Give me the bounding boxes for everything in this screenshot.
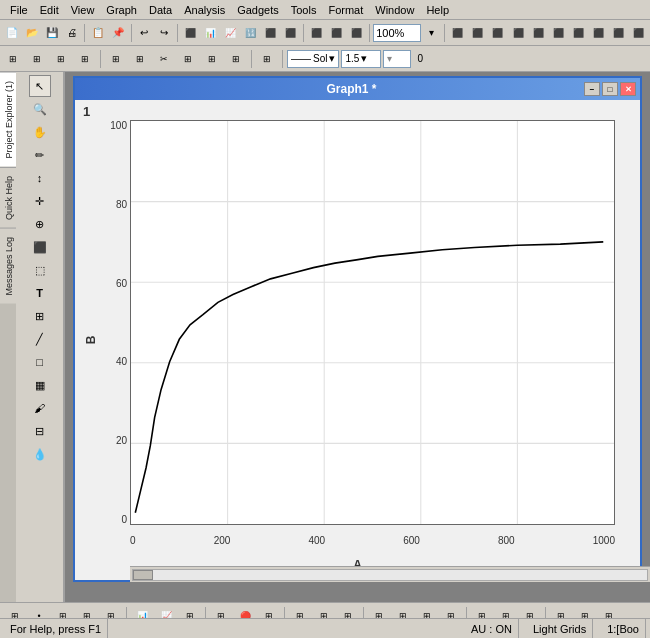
color-picker-tool[interactable]: 💧 (29, 443, 51, 465)
scroll-thumb[interactable] (133, 570, 153, 580)
x-tick-0: 0 (130, 535, 136, 546)
redo-button[interactable]: ↪ (154, 22, 173, 44)
copy-button[interactable]: 📋 (88, 22, 107, 44)
maximize-button[interactable]: □ (602, 82, 618, 96)
tb2-btn-k[interactable]: ⊞ (256, 48, 278, 70)
tb-btn-h[interactable]: ⬛ (327, 22, 346, 44)
tb2-btn-a[interactable]: ⊞ (2, 48, 24, 70)
pan-tool[interactable]: ✋ (29, 121, 51, 143)
menu-analysis[interactable]: Analysis (178, 2, 231, 18)
tb-btn-m[interactable]: ⬛ (508, 22, 527, 44)
tb2-btn-i[interactable]: ⊞ (201, 48, 223, 70)
tb-btn-p[interactable]: ⬛ (569, 22, 588, 44)
open-button[interactable]: 📂 (22, 22, 41, 44)
line-width-input[interactable]: 1.5 ▾ (341, 50, 381, 68)
paste-button[interactable]: 📌 (108, 22, 127, 44)
scale-tool[interactable]: ⬛ (29, 236, 51, 258)
y-tick-40: 40 (105, 356, 127, 367)
x-tick-labels: 0 200 400 600 800 1000 (130, 535, 615, 546)
graph-content: 1 B B 0 20 40 60 80 100 (75, 100, 640, 580)
zoom-input[interactable] (373, 24, 421, 42)
arrow-tool[interactable]: ↕ (29, 167, 51, 189)
color-input[interactable]: ▾ (383, 50, 411, 68)
tb-btn-q[interactable]: ⬛ (589, 22, 608, 44)
tb-btn-i[interactable]: ⬛ (347, 22, 366, 44)
tb2-btn-d[interactable]: ⊞ (74, 48, 96, 70)
minimize-button[interactable]: − (584, 82, 600, 96)
tb-btn-j[interactable]: ⬛ (448, 22, 467, 44)
menu-format[interactable]: Format (322, 2, 369, 18)
new-button[interactable]: 📄 (2, 22, 21, 44)
tb-btn-s[interactable]: ⬛ (629, 22, 648, 44)
save-button[interactable]: 💾 (42, 22, 61, 44)
close-button[interactable]: ✕ (620, 82, 636, 96)
brush-tool[interactable]: 🖌 (29, 397, 51, 419)
zoom-tool[interactable]: 🔍 (29, 98, 51, 120)
tb2-btn-b[interactable]: ⊞ (26, 48, 48, 70)
tb-btn-k[interactable]: ⬛ (468, 22, 487, 44)
crosshair-tool[interactable]: ✛ (29, 190, 51, 212)
y-tick-0: 0 (105, 514, 127, 525)
sep1 (84, 24, 85, 42)
tb-btn-c[interactable]: 📈 (221, 22, 240, 44)
eraser-tool[interactable]: ⊟ (29, 420, 51, 442)
y-tick-100: 100 (105, 120, 127, 131)
menu-help[interactable]: Help (420, 2, 455, 18)
graph-titlebar: Graph1 * − □ ✕ (75, 78, 640, 100)
x-tick-600: 600 (403, 535, 420, 546)
tb2-btn-g[interactable]: ✂ (153, 48, 175, 70)
scroll-track[interactable] (132, 569, 648, 581)
region-tool[interactable]: ⬚ (29, 259, 51, 281)
sep5 (369, 24, 370, 42)
tb2-btn-f[interactable]: ⊞ (129, 48, 151, 70)
project-explorer-tab[interactable]: Project Explorer (1) (0, 72, 16, 167)
menu-window[interactable]: Window (369, 2, 420, 18)
move-tool[interactable]: ⊕ (29, 213, 51, 235)
left-panel: Project Explorer (1) Quick Help Messages… (0, 72, 65, 602)
menu-view[interactable]: View (65, 2, 101, 18)
tb-btn-l[interactable]: ⬛ (488, 22, 507, 44)
messages-log-tab[interactable]: Messages Log (0, 228, 16, 304)
menu-graph[interactable]: Graph (100, 2, 143, 18)
tb-btn-n[interactable]: ⬛ (529, 22, 548, 44)
menu-data[interactable]: Data (143, 2, 178, 18)
draw-tool[interactable]: ✏ (29, 144, 51, 166)
tb-btn-d[interactable]: 🔢 (241, 22, 260, 44)
horizontal-scrollbar[interactable] (130, 566, 650, 582)
tb2-btn-c[interactable]: ⊞ (50, 48, 72, 70)
help-status: For Help, press F1 (4, 619, 108, 638)
graph-page-number: 1 (83, 104, 90, 119)
quick-help-tab[interactable]: Quick Help (0, 167, 16, 228)
tb2-btn-e[interactable]: ⊞ (105, 48, 127, 70)
rect-tool[interactable]: □ (29, 351, 51, 373)
status-bar: For Help, press F1 AU : ON Light Grids 1… (0, 618, 650, 638)
menu-bar: File Edit View Graph Data Analysis Gadge… (0, 0, 650, 20)
tb-btn-f[interactable]: ⬛ (281, 22, 300, 44)
tb-btn-o[interactable]: ⬛ (549, 22, 568, 44)
zoom-dropdown[interactable]: ▾ (422, 22, 441, 44)
tb-btn-r[interactable]: ⬛ (609, 22, 628, 44)
table-tool[interactable]: ⊞ (29, 305, 51, 327)
tb2-btn-h[interactable]: ⊞ (177, 48, 199, 70)
pointer-tool[interactable]: ↖ (29, 75, 51, 97)
menu-gadgets[interactable]: Gadgets (231, 2, 285, 18)
sep-t2-3 (282, 50, 283, 68)
menu-tools[interactable]: Tools (285, 2, 323, 18)
text-tool[interactable]: T (29, 282, 51, 304)
menu-file[interactable]: File (4, 2, 34, 18)
fill-tool[interactable]: ▦ (29, 374, 51, 396)
x-tick-200: 200 (214, 535, 231, 546)
toolbar-1: 📄 📂 💾 🖨 📋 📌 ↩ ↪ ⬛ 📊 📈 🔢 ⬛ ⬛ ⬛ ⬛ ⬛ ▾ ⬛ ⬛ … (0, 20, 650, 46)
content-area: Graph1 * − □ ✕ 1 B B 0 (65, 72, 650, 602)
line-tool[interactable]: ╱ (29, 328, 51, 350)
menu-edit[interactable]: Edit (34, 2, 65, 18)
extra-status: 1:[Boo (601, 619, 646, 638)
print-button[interactable]: 🖨 (62, 22, 81, 44)
line-style-dropdown[interactable]: —— Sol ▾ (287, 50, 339, 68)
undo-button[interactable]: ↩ (134, 22, 153, 44)
tb-btn-e[interactable]: ⬛ (261, 22, 280, 44)
tb-btn-g[interactable]: ⬛ (307, 22, 326, 44)
tb2-btn-j[interactable]: ⊞ (225, 48, 247, 70)
tb-btn-a[interactable]: ⬛ (180, 22, 199, 44)
tb-btn-b[interactable]: 📊 (201, 22, 220, 44)
